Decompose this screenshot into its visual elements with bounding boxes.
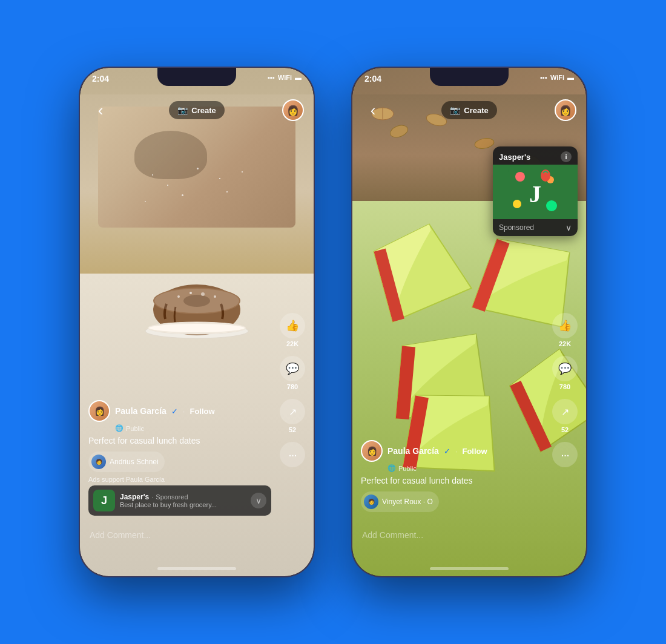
phone-1: 2:04 ▪▪▪ WiFi ▬ ‹ 📷 Create 👩 [79,67,315,577]
like-button-1[interactable]: 👍 22K [280,313,305,347]
follow-button-2[interactable]: Follow [462,447,487,456]
nut-2 [389,125,410,140]
sponsored-popup-footer: Sponsored ∨ [493,219,578,236]
comment-button-2[interactable]: 💬 780 [552,356,578,390]
sponsored-info-icon[interactable]: i [561,151,572,162]
ad-text-col-1: Jasper's · Sponsored Best place to buy f… [120,493,246,508]
phone-2: 2:04 ▪▪▪ WiFi ▬ ‹ 📷 Create 👩 [351,67,587,577]
share-button-1[interactable]: ↗ 52 [280,399,305,433]
share-count-2: 52 [561,426,569,433]
ads-support-text-1: Ads support Paula García [88,476,271,483]
share-button-2[interactable]: ↗ 52 [552,399,578,433]
user-avatar-top-2[interactable]: 👩 [555,99,576,121]
share-icon-2: ↗ [552,399,578,424]
user-row-1: 👩 Paula García ✓ · Follow [88,400,271,422]
ad-logo-char-1: J [101,494,107,507]
back-button-1[interactable]: ‹ [90,99,111,121]
sponsored-popup[interactable]: Jasper's i J [493,146,578,236]
commenter-name-1: Andrius Schnei [110,458,159,466]
like-icon-1: 👍 [280,313,305,338]
status-time-2: 2:04 [364,74,381,84]
status-time-1: 2:04 [92,74,109,84]
svg-point-13 [389,125,409,138]
share-count-1: 52 [289,426,296,433]
post-author-avatar-1[interactable]: 👩 [88,400,110,422]
camera-icon-1: 📷 [177,105,188,115]
privacy-label-2: Public [398,465,417,472]
more-icon-2: ··· [552,442,578,467]
add-comment-bar-1[interactable]: Add Comment... [80,524,314,546]
ad-title-row-1: Jasper's · Sponsored [120,493,246,501]
action-bar-2: 👍 22K 💬 780 ↗ 52 ··· [552,313,578,467]
sponsored-ad-image: J [493,165,578,219]
comment-count-2: 780 [559,383,570,390]
ad-brand-1: Jasper's [120,493,149,501]
globe-icon-2: 🌐 [387,464,396,472]
comment-button-1[interactable]: 💬 780 [280,356,305,390]
ad-dot-1: · [151,493,153,501]
create-button-2[interactable]: 📷 Create [441,101,496,119]
battery-icon-2: ▬ [567,74,574,81]
create-button-1[interactable]: 📷 Create [169,101,224,119]
cake-visual [142,268,251,343]
sponsored-chevron-icon[interactable]: ∨ [565,223,572,232]
privacy-label-1: Public [126,425,144,432]
comment-icon-1: 💬 [280,356,305,381]
dot-separator-1: · [183,407,185,416]
signal-icon-1: ▪▪▪ [268,74,275,81]
add-comment-bar-2[interactable]: Add Comment... [352,524,586,546]
more-button-1[interactable]: ··· [280,442,305,467]
comment-pill-2[interactable]: 🧑 Vinyet Roux · O [361,491,439,512]
wifi-icon-2: WiFi [550,74,564,81]
svg-point-7 [201,292,205,296]
comment-icon-2: 💬 [552,356,578,381]
sponsored-label: Sponsored [499,223,534,232]
nut-4 [473,137,495,153]
post-caption-2: Perfect for casual lunch dates [361,476,544,485]
verified-icon-1: ✓ [171,407,178,416]
post-author-name-1: Paula García [115,406,166,416]
ad-row-1[interactable]: J Jasper's · Sponsored Best place to buy… [88,485,271,516]
wifi-icon-1: WiFi [278,74,292,81]
comment-pill-1[interactable]: 🧑 Andrius Schnei [88,452,165,472]
phone-1-frame: 2:04 ▪▪▪ WiFi ▬ ‹ 📷 Create 👩 [79,67,315,577]
more-icon-1: ··· [280,442,305,467]
sponsored-popup-header: Jasper's i [493,146,578,165]
battery-icon-1: ▬ [295,74,302,81]
ad-type-1: Sponsored [156,493,188,501]
back-icon-1: ‹ [98,101,104,120]
phone-2-screen: 2:04 ▪▪▪ WiFi ▬ ‹ 📷 Create 👩 [352,68,586,576]
like-button-2[interactable]: 👍 22K [552,313,578,347]
add-comment-placeholder-1: Add Comment... [90,530,151,540]
commenter-avatar-2: 🧑 [364,494,378,509]
ad-logo-1: J [93,490,115,511]
home-indicator-1 [157,567,236,570]
bottom-info-2: 👩 Paula García ✓ · Follow 🌐 Public Perfe… [361,440,544,516]
svg-point-8 [214,295,216,298]
post-author-name-2: Paula García [387,446,439,456]
user-row-2: 👩 Paula García ✓ · Follow [361,440,544,462]
svg-point-6 [190,292,192,294]
avatar-emoji-2: 👩 [559,105,572,116]
verified-icon-2: ✓ [444,447,450,456]
comment-count-1: 780 [287,383,298,390]
follow-button-1[interactable]: Follow [190,407,214,416]
back-icon-2: ‹ [371,101,376,120]
user-avatar-top-1[interactable]: 👩 [282,99,304,121]
post-caption-1: Perfect for casual lunch dates [88,436,271,445]
back-button-2[interactable]: ‹ [362,99,384,121]
action-bar-1: 👍 22K 💬 780 ↗ 52 ··· [280,313,305,467]
add-comment-placeholder-2: Add Comment... [362,530,423,540]
svg-point-5 [177,295,180,298]
ad-chevron-1[interactable]: ∨ [251,493,266,508]
top-bar-1: ‹ 📷 Create 👩 [80,94,314,126]
notch-2 [430,68,509,86]
like-count-2: 22K [559,340,571,347]
svg-point-15 [474,137,495,150]
status-icons-1: ▪▪▪ WiFi ▬ [268,74,302,81]
create-label-2: Create [464,106,488,115]
more-button-2[interactable]: ··· [552,442,578,467]
dot-separator-2: · [455,447,458,456]
post-author-avatar-2[interactable]: 👩 [361,440,383,462]
top-bar-2: ‹ 📷 Create 👩 [352,94,586,126]
